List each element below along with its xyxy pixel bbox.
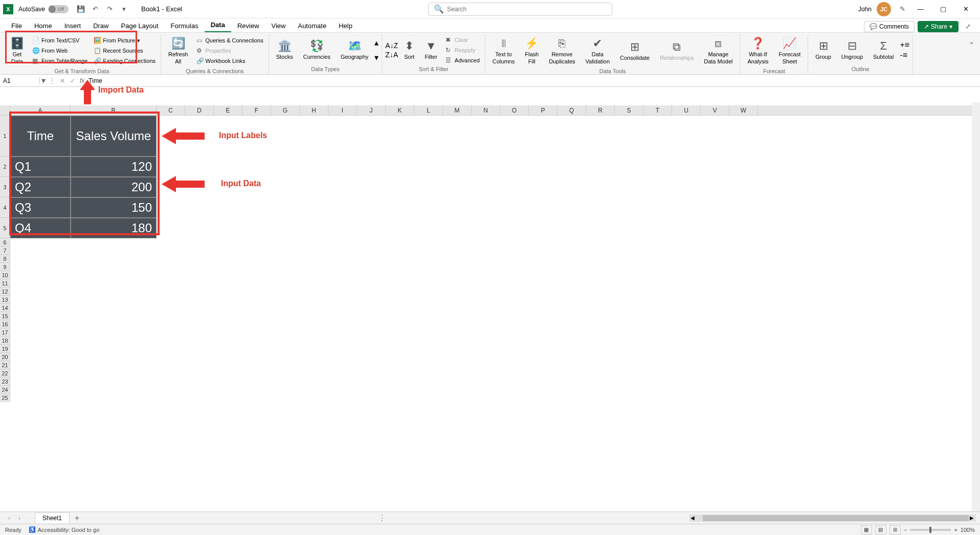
- row-header-1[interactable]: 1: [0, 116, 10, 157]
- sort-za-icon[interactable]: Z↓A: [385, 51, 398, 59]
- zoom-slider-thumb[interactable]: [929, 527, 931, 533]
- sheet-tab-sheet1[interactable]: Sheet1: [35, 512, 70, 523]
- from-web-button[interactable]: 🌐From Web: [30, 46, 90, 55]
- from-picture-button[interactable]: 🖼️From Picture▾: [92, 36, 158, 45]
- tab-page-layout[interactable]: Page Layout: [115, 19, 165, 32]
- currencies-button[interactable]: 💱Currencies: [299, 37, 335, 63]
- page-layout-view-button[interactable]: ▤: [875, 525, 886, 534]
- redo-icon[interactable]: ↷: [103, 3, 116, 15]
- row-header-21[interactable]: 21: [0, 361, 10, 369]
- column-header-I[interactable]: I: [328, 105, 357, 115]
- maximize-button[interactable]: ▢: [932, 1, 954, 17]
- name-box-dropdown-icon[interactable]: ▾: [40, 76, 47, 85]
- column-header-V[interactable]: V: [701, 105, 729, 115]
- row-header-17[interactable]: 17: [0, 328, 10, 337]
- cell-value-2[interactable]: 150: [71, 197, 157, 218]
- tab-formulas[interactable]: Formulas: [165, 19, 205, 32]
- datatypes-up-icon[interactable]: ▴: [374, 38, 378, 48]
- sheet-nav-prev[interactable]: ‹: [4, 515, 14, 522]
- column-header-H[interactable]: H: [300, 105, 328, 115]
- search-box[interactable]: 🔍: [428, 3, 612, 16]
- qat-dropdown-icon[interactable]: ▾: [118, 3, 130, 15]
- normal-view-button[interactable]: ▦: [861, 525, 872, 534]
- row-header-24[interactable]: 24: [0, 386, 10, 394]
- sheet-nav-next[interactable]: ›: [14, 515, 25, 522]
- row-header-12[interactable]: 12: [0, 287, 10, 296]
- row-header-10[interactable]: 10: [0, 271, 10, 279]
- column-header-P[interactable]: P: [529, 105, 558, 115]
- row-header-14[interactable]: 14: [0, 304, 10, 312]
- text-to-columns-button[interactable]: ⫴Text to Columns: [488, 35, 519, 67]
- row-header-19[interactable]: 19: [0, 345, 10, 353]
- recent-sources-button[interactable]: 📋Recent Sources: [92, 46, 158, 55]
- tab-file[interactable]: File: [5, 19, 28, 32]
- column-header-N[interactable]: N: [472, 105, 500, 115]
- column-header-L[interactable]: L: [414, 105, 443, 115]
- zoom-in-button[interactable]: +: [954, 527, 957, 533]
- row-header-18[interactable]: 18: [0, 337, 10, 345]
- select-all-corner[interactable]: [0, 105, 10, 115]
- column-header-W[interactable]: W: [729, 105, 758, 115]
- relationships-button[interactable]: ⧉Relationships: [656, 38, 698, 64]
- column-header-O[interactable]: O: [500, 105, 529, 115]
- pen-icon[interactable]: ✎: [896, 3, 908, 15]
- row-header-25[interactable]: 25: [0, 394, 10, 402]
- what-if-button[interactable]: ❓What-If Analysis: [743, 35, 772, 67]
- ribbon-display-options[interactable]: ⤢: [962, 20, 974, 32]
- tab-view[interactable]: View: [265, 19, 292, 32]
- forecast-sheet-button[interactable]: 📈Forecast Sheet: [774, 35, 805, 67]
- column-header-J[interactable]: J: [357, 105, 386, 115]
- column-header-B[interactable]: B: [71, 105, 157, 115]
- cell-value-3[interactable]: 180: [71, 218, 157, 238]
- data-validation-button[interactable]: ✔Data Validation: [582, 35, 614, 67]
- horizontal-scrollbar[interactable]: ◀ ▶: [689, 515, 976, 522]
- workbook-links-button[interactable]: 🔗Workbook Links: [194, 56, 265, 65]
- cancel-formula-icon[interactable]: ✕: [57, 77, 68, 84]
- row-header-13[interactable]: 13: [0, 296, 10, 304]
- row-header-7[interactable]: 7: [0, 247, 10, 255]
- zoom-slider[interactable]: [910, 529, 951, 531]
- column-header-F[interactable]: F: [242, 105, 271, 115]
- share-button[interactable]: ↗ Share ▾: [918, 21, 959, 32]
- row-header-20[interactable]: 20: [0, 353, 10, 361]
- column-header-A[interactable]: A: [10, 105, 71, 115]
- column-header-Q[interactable]: Q: [558, 105, 586, 115]
- column-header-U[interactable]: U: [672, 105, 701, 115]
- row-header-4[interactable]: 4: [0, 197, 10, 218]
- tab-draw[interactable]: Draw: [87, 19, 115, 32]
- row-header-11[interactable]: 11: [0, 279, 10, 287]
- tab-review[interactable]: Review: [231, 19, 265, 32]
- zoom-out-button[interactable]: −: [904, 527, 907, 533]
- row-header-6[interactable]: 6: [0, 238, 10, 247]
- row-header-15[interactable]: 15: [0, 312, 10, 320]
- search-input[interactable]: [447, 6, 607, 13]
- autosave-toggle[interactable]: Off: [48, 5, 69, 13]
- header-time[interactable]: Time: [10, 116, 71, 157]
- manage-data-model-button[interactable]: ⧈Manage Data Model: [700, 35, 737, 67]
- ungroup-button[interactable]: ⊟Ungroup: [837, 37, 867, 63]
- consolidate-button[interactable]: ⊞Consolidate: [616, 38, 654, 64]
- vertical-scrollbar[interactable]: [972, 102, 980, 511]
- cell-time-0[interactable]: Q1: [10, 157, 71, 177]
- row-header-8[interactable]: 8: [0, 255, 10, 263]
- row-header-23[interactable]: 23: [0, 377, 10, 386]
- close-button[interactable]: ✕: [954, 1, 977, 17]
- formula-input[interactable]: [86, 77, 980, 84]
- row-header-2[interactable]: 2: [0, 157, 10, 177]
- column-header-C[interactable]: C: [157, 105, 185, 115]
- hide-detail-icon[interactable]: -≡: [900, 51, 909, 60]
- column-header-K[interactable]: K: [386, 105, 414, 115]
- cells-area[interactable]: Time Sales Volume Q1120Q2200Q3150Q4180: [10, 116, 980, 401]
- advanced-button[interactable]: ☰Advanced: [443, 56, 482, 65]
- zoom-level[interactable]: 100%: [961, 527, 975, 533]
- refresh-all-button[interactable]: 🔄 Refresh All: [164, 35, 192, 67]
- collapse-ribbon-icon[interactable]: ⌄: [969, 37, 975, 46]
- enter-formula-icon[interactable]: ✓: [68, 77, 78, 84]
- horizontal-scrollbar-thumb[interactable]: [703, 515, 969, 521]
- filter-button[interactable]: ▼Filter: [420, 37, 441, 63]
- group-button[interactable]: ⊞Group: [811, 37, 835, 63]
- clear-button[interactable]: ✖Clear: [443, 35, 482, 44]
- minimize-button[interactable]: —: [909, 1, 932, 17]
- sort-button[interactable]: ⬍Sort: [400, 37, 418, 63]
- column-header-G[interactable]: G: [271, 105, 300, 115]
